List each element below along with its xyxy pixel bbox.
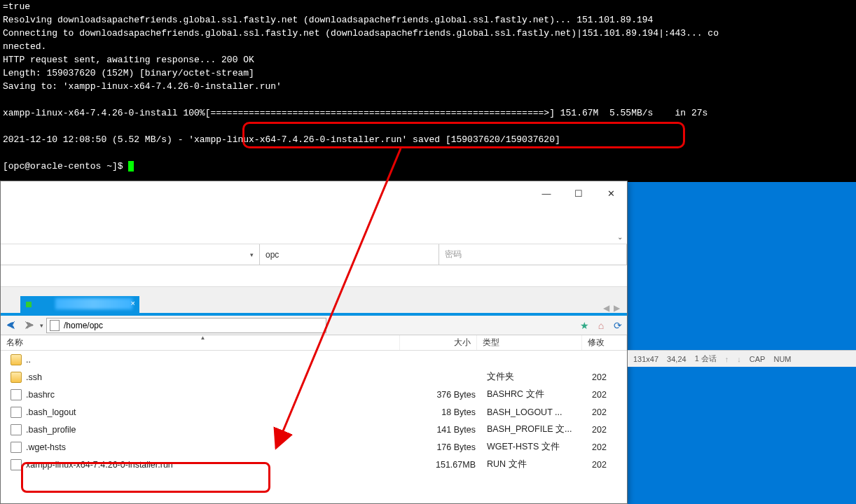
file-row[interactable]: .bashrc 376 Bytes BASHRC 文件 202	[1, 386, 627, 403]
tab-scroll-left-icon[interactable]: ◀	[603, 303, 609, 313]
address-bar[interactable]: /home/opc	[46, 318, 326, 333]
file-size: 141 Bytes	[404, 425, 481, 435]
file-name: .bash_profile	[26, 425, 404, 435]
file-name: .bashrc	[26, 390, 404, 400]
nav-back-button[interactable]: ⮜	[4, 318, 19, 333]
file-type: 文件夹	[481, 371, 586, 383]
file-row[interactable]: xampp-linux-x64-7.4.26-0-installer.run 1…	[1, 456, 627, 473]
bookmark-icon[interactable]: ★	[578, 319, 591, 332]
file-modified: 202	[586, 390, 627, 400]
file-name: xampp-linux-x64-7.4.26-0-installer.run	[26, 460, 404, 470]
terminal[interactable]: =true Resolving downloadsapachefriends.g…	[0, 0, 856, 182]
file-icon	[11, 424, 22, 435]
file-size: 18 Bytes	[404, 407, 481, 417]
file-icon	[11, 407, 22, 418]
file-name: .wget-hsts	[26, 442, 404, 452]
titlebar[interactable]: — ☐ ✕	[1, 181, 627, 205]
file-browser-window: — ☐ ✕ ⌄ ▾ opc 密码 × ◀ ▶ ⮜ ⮞ ▾ /home/opc ★	[0, 181, 628, 504]
file-size: 376 Bytes	[404, 390, 481, 400]
file-modified: 202	[586, 372, 627, 382]
tab-bar: × ◀ ▶	[1, 286, 627, 313]
column-modified[interactable]: 修改	[582, 335, 627, 350]
folder-icon	[11, 372, 22, 383]
page-icon	[50, 320, 60, 331]
file-type: RUN 文件	[481, 458, 586, 470]
tab-close-icon[interactable]: ×	[131, 299, 135, 307]
file-list-header[interactable]: ▲ 名称 大小 类型 修改	[1, 335, 627, 351]
file-row[interactable]: .bash_logout 18 Bytes BASH_LOGOUT ... 20…	[1, 403, 627, 421]
status-num: NUM	[773, 355, 791, 363]
file-type: BASH_LOGOUT ...	[481, 407, 586, 417]
nav-forward-button[interactable]: ⮞	[22, 318, 37, 333]
file-type: BASH_PROFILE 文...	[481, 424, 586, 435]
maximize-button[interactable]: ☐	[562, 183, 595, 204]
nav-toolbar: ⮜ ⮞ ▾ /home/opc ★ ⌂ ⟳	[1, 316, 627, 335]
close-button[interactable]: ✕	[595, 183, 627, 204]
down-arrow-icon: ↓	[737, 355, 741, 363]
password-field[interactable]: 密码	[439, 244, 627, 265]
file-row[interactable]: .wget-hsts 176 Bytes WGET-HSTS 文件 202	[1, 438, 627, 456]
file-type: WGET-HSTS 文件	[481, 441, 586, 453]
status-cap: CAP	[750, 355, 766, 363]
file-icon	[11, 459, 22, 470]
file-modified: 202	[586, 407, 627, 417]
file-name: ..	[26, 355, 404, 365]
address-text: /home/opc	[64, 321, 103, 330]
file-name: .ssh	[26, 372, 404, 382]
tab-label-blurred	[55, 298, 132, 309]
file-icon	[11, 442, 22, 453]
file-row[interactable]: .bash_profile 141 Bytes BASH_PROFILE 文..…	[1, 421, 627, 438]
home-icon[interactable]: ⌂	[595, 319, 607, 332]
username-field[interactable]: opc	[260, 244, 439, 265]
status-dimensions: 131x47	[633, 355, 658, 363]
file-row[interactable]: ..	[1, 351, 627, 368]
nav-history-dropdown-icon[interactable]: ▾	[40, 322, 43, 329]
up-arrow-icon: ↑	[725, 355, 729, 363]
refresh-icon[interactable]: ⟳	[612, 319, 624, 332]
chevron-icon[interactable]: ⌄	[617, 233, 623, 241]
tab-scroll-right-icon[interactable]: ▶	[614, 303, 620, 313]
column-name[interactable]: ▲ 名称	[1, 335, 400, 350]
column-size[interactable]: 大小	[400, 335, 477, 350]
status-bar: 131x47 34,24 1 会话 ↑ ↓ CAP NUM	[628, 350, 856, 367]
file-modified: 202	[586, 460, 627, 470]
minimize-button[interactable]: —	[530, 183, 562, 204]
file-name: .bash_logout	[26, 407, 404, 417]
toolbar-area: ⌄	[1, 205, 627, 244]
connection-fields: ▾ opc 密码	[1, 244, 627, 265]
file-size: 151.67MB	[404, 460, 481, 470]
folder-icon	[11, 354, 22, 365]
file-icon	[11, 389, 22, 400]
column-type[interactable]: 类型	[477, 335, 582, 350]
file-row[interactable]: .ssh 文件夹 202	[1, 368, 627, 386]
status-position: 34,24	[667, 355, 686, 363]
file-modified: 202	[586, 425, 627, 435]
file-size: 176 Bytes	[404, 442, 481, 452]
file-type: BASHRC 文件	[481, 388, 586, 400]
status-sessions: 1 会话	[695, 354, 717, 364]
file-list[interactable]: .. .ssh 文件夹 202 .bashrc 376 Bytes BASHRC…	[1, 351, 627, 473]
status-dot-icon	[26, 302, 32, 307]
sort-asc-icon: ▲	[200, 335, 206, 341]
file-modified: 202	[586, 442, 627, 452]
connection-tab[interactable]: ×	[20, 296, 139, 313]
host-field[interactable]: ▾	[1, 244, 260, 265]
